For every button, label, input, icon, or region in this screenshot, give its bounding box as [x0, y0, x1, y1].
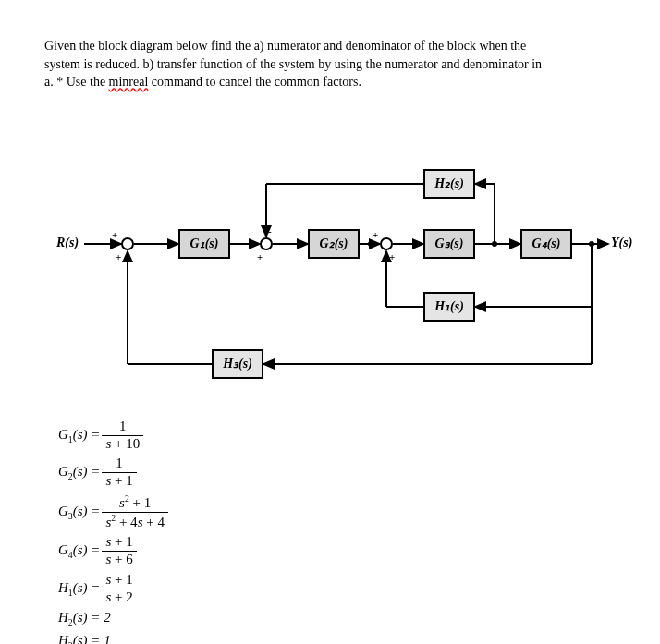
- block-g1: G₁(s): [178, 229, 230, 259]
- block-g2: G₂(s): [308, 229, 360, 259]
- prompt-line2: system is reduced. b) transfer function …: [44, 57, 542, 71]
- summing-junction-2: [260, 237, 273, 250]
- block-g1-label: G₁(s): [190, 236, 219, 251]
- eq-h2: H2(s) = 2: [58, 610, 616, 627]
- block-h1: H₁(s): [423, 292, 475, 322]
- eq-g2-num: 1: [112, 456, 127, 472]
- eq-h1: H1(s) = s + 1s + 2: [58, 573, 616, 605]
- eq-g1-num: 1: [116, 419, 130, 435]
- block-g4: G₄(s): [520, 229, 572, 259]
- prompt-line1: Given the block diagram below find the a…: [44, 39, 526, 53]
- diagram-wires: [58, 133, 613, 392]
- sign-minus: -: [268, 225, 272, 237]
- sign-plus: +: [257, 251, 263, 262]
- sign-plus: +: [389, 251, 395, 262]
- block-g3-label: G₃(s): [435, 236, 464, 251]
- block-g3: G₃(s): [423, 229, 475, 259]
- block-g2-label: G₂(s): [320, 236, 348, 251]
- label-y: Y(s): [611, 236, 632, 250]
- eq-h3: H3(s) = 1: [58, 633, 616, 644]
- prompt-line3b: command to cancel the common factors.: [148, 75, 361, 89]
- summing-junction-3: [380, 237, 393, 250]
- summing-junction-1: [121, 237, 134, 250]
- block-g4-label: G₄(s): [532, 236, 561, 251]
- block-diagram: R(s) Y(s) + + - + + + G₁(s) G₂(s) G₃(s) …: [58, 133, 613, 392]
- equations: G1(s) = 1s + 10 G2(s) = 1s + 1 G3(s) = s…: [58, 419, 616, 644]
- sign-plus: +: [112, 229, 117, 240]
- eq-g1: G1(s) = 1s + 10: [58, 419, 616, 452]
- block-h1-label: H₁(s): [434, 298, 464, 314]
- svg-point-8: [368, 241, 373, 247]
- sign-plus: +: [373, 229, 378, 240]
- eq-g2: G2(s) = 1s + 1: [58, 456, 616, 489]
- block-h2-label: H₂(s): [434, 176, 464, 191]
- eq-g4: G4(s) = s + 1s + 6: [58, 535, 616, 567]
- block-h3: H₃(s): [212, 349, 263, 379]
- prompt-line3a: a. * Use the: [44, 75, 109, 89]
- problem-text: Given the block diagram below find the a…: [44, 37, 616, 91]
- block-h3-label: H₃(s): [223, 356, 252, 371]
- label-r: R(s): [56, 236, 79, 250]
- sign-plus: +: [116, 251, 121, 262]
- block-h2: H₂(s): [423, 169, 475, 199]
- minreal-command: minreal: [109, 75, 149, 89]
- eq-g3: G3(s) = s2 + 1s2 + 4s + 4: [58, 494, 616, 530]
